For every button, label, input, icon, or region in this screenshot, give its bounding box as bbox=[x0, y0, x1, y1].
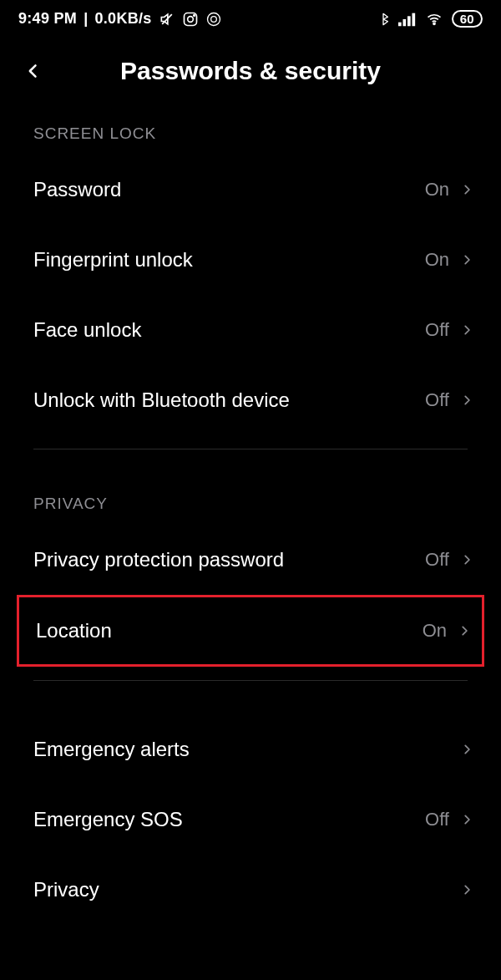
row-emergency-sos[interactable]: Emergency SOS Off bbox=[0, 785, 501, 855]
signal-icon bbox=[398, 12, 417, 27]
row-label: Unlock with Bluetooth device bbox=[33, 388, 425, 412]
battery-indicator: 60 bbox=[452, 10, 483, 28]
status-time: 9:49 PM bbox=[18, 10, 77, 28]
row-value: On bbox=[425, 179, 449, 201]
row-privacy-protection-password[interactable]: Privacy protection password Off bbox=[0, 525, 501, 595]
row-location[interactable]: Location On bbox=[17, 595, 484, 667]
chevron-right-icon bbox=[461, 180, 473, 199]
svg-point-10 bbox=[433, 23, 435, 24]
status-net-speed: 0.0KB/s bbox=[94, 10, 151, 28]
svg-rect-9 bbox=[412, 13, 415, 26]
chevron-right-icon bbox=[461, 391, 473, 409]
section-header-privacy: PRIVACY bbox=[0, 483, 501, 525]
svg-rect-7 bbox=[402, 19, 406, 26]
row-password[interactable]: Password On bbox=[0, 155, 501, 225]
row-face-unlock[interactable]: Face unlock Off bbox=[0, 295, 501, 365]
instagram-icon bbox=[182, 11, 199, 28]
chevron-right-icon bbox=[461, 321, 473, 339]
row-label: Password bbox=[33, 178, 425, 201]
row-value: On bbox=[425, 249, 449, 271]
svg-point-2 bbox=[187, 16, 193, 22]
row-value: Off bbox=[425, 319, 449, 341]
status-left: 9:49 PM | 0.0KB/s bbox=[18, 10, 222, 28]
mute-icon bbox=[159, 11, 175, 28]
row-value: Off bbox=[425, 809, 449, 830]
row-label: Emergency SOS bbox=[33, 808, 425, 831]
row-label: Privacy protection password bbox=[33, 548, 425, 571]
status-divider: | bbox=[84, 10, 88, 28]
status-right: 60 bbox=[377, 10, 483, 28]
row-emergency-alerts[interactable]: Emergency alerts bbox=[0, 714, 501, 785]
chevron-right-icon bbox=[461, 551, 473, 569]
header: Passwords & security bbox=[0, 34, 501, 113]
svg-point-4 bbox=[207, 13, 220, 25]
chevron-right-icon bbox=[461, 881, 473, 899]
svg-rect-6 bbox=[398, 22, 402, 26]
row-bluetooth-unlock[interactable]: Unlock with Bluetooth device Off bbox=[0, 365, 501, 435]
chevron-right-icon bbox=[458, 622, 470, 640]
row-fingerprint-unlock[interactable]: Fingerprint unlock On bbox=[0, 225, 501, 295]
wifi-icon bbox=[425, 12, 443, 27]
row-label: Fingerprint unlock bbox=[33, 248, 425, 272]
status-bar: 9:49 PM | 0.0KB/s 60 bbox=[0, 0, 501, 34]
row-label: Face unlock bbox=[33, 318, 425, 342]
row-value: Off bbox=[425, 389, 449, 411]
chevron-right-icon bbox=[461, 251, 473, 269]
divider bbox=[33, 680, 468, 681]
chevron-right-icon bbox=[461, 810, 473, 829]
page-title: Passwords & security bbox=[52, 57, 449, 85]
svg-point-3 bbox=[193, 14, 195, 16]
row-label: Privacy bbox=[33, 878, 449, 901]
bluetooth-icon bbox=[377, 11, 390, 28]
row-value: On bbox=[423, 620, 447, 642]
row-privacy[interactable]: Privacy bbox=[0, 855, 501, 925]
svg-rect-8 bbox=[407, 16, 411, 26]
row-label: Location bbox=[36, 619, 423, 642]
chevron-left-icon bbox=[25, 59, 42, 83]
section-header-screen-lock: SCREEN LOCK bbox=[0, 113, 501, 155]
svg-point-5 bbox=[210, 16, 216, 22]
app-badge-icon bbox=[205, 11, 222, 28]
row-value: Off bbox=[425, 549, 449, 571]
back-button[interactable] bbox=[15, 53, 52, 89]
chevron-right-icon bbox=[461, 740, 473, 759]
divider bbox=[33, 449, 468, 449]
row-label: Emergency alerts bbox=[33, 738, 449, 761]
